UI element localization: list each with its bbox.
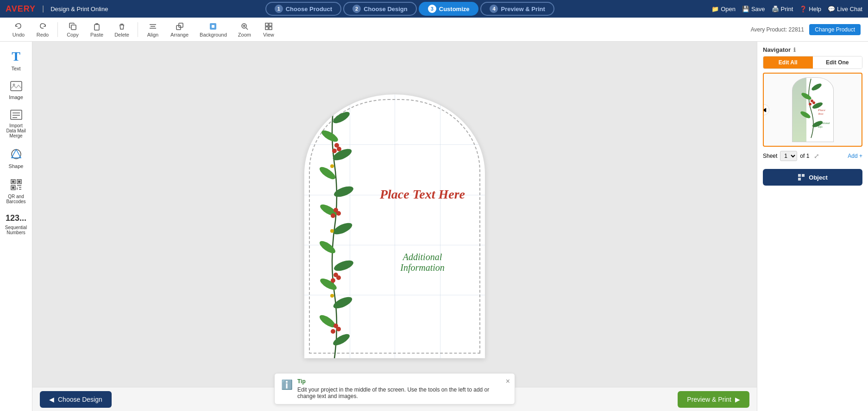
live-chat-button[interactable]: 💬 Live Chat: [828, 6, 862, 12]
edit-one-button[interactable]: Edit One: [813, 56, 862, 68]
open-button[interactable]: 📁 Open: [711, 6, 736, 12]
toolbar-separator: [57, 22, 58, 37]
svg-rect-13: [265, 23, 268, 26]
align-button[interactable]: Align: [142, 20, 164, 39]
svg-point-59: [336, 327, 341, 331]
edit-all-one-toggle: Edit All Edit One: [763, 56, 862, 69]
svg-rect-77: [798, 174, 801, 177]
copy-button[interactable]: Copy: [62, 20, 84, 39]
sidebar-item-import[interactable]: Import Data Mail Merge: [2, 106, 30, 142]
svg-text:Text: Text: [818, 112, 824, 116]
copy-icon: [68, 22, 77, 31]
print-button[interactable]: 🖨️ Print: [772, 6, 793, 12]
step-choose-product[interactable]: 1 Choose Product: [265, 2, 341, 16]
image-icon: [10, 81, 23, 93]
svg-rect-29: [18, 181, 20, 183]
svg-rect-17: [11, 81, 22, 91]
add-sheet-button[interactable]: Add +: [848, 153, 862, 159]
svg-point-68: [799, 110, 811, 120]
choose-design-button[interactable]: ◀ Choose Design: [40, 391, 112, 408]
change-product-button[interactable]: Change Product: [809, 24, 861, 35]
canvas-inner: Place Text Here Additional Information: [32, 42, 757, 411]
svg-point-49: [332, 149, 337, 153]
preview-print-button[interactable]: Preview & Print ▶: [678, 391, 749, 408]
paste-button[interactable]: Paste: [86, 20, 108, 39]
sidebar-item-image[interactable]: Image: [2, 77, 30, 104]
zoom-icon: [240, 22, 249, 31]
nav-subtitle: Design & Print Online: [50, 6, 108, 12]
place-text-label[interactable]: Place Text Here: [369, 187, 476, 202]
svg-point-44: [319, 276, 339, 292]
sheet-of-label: of 1: [800, 153, 809, 159]
shape-icon: [10, 148, 23, 162]
label-canvas[interactable]: Place Text Here Additional Information: [304, 94, 485, 358]
svg-rect-79: [798, 178, 801, 181]
tip-bar: ℹ️ Tip Edit your project in the middle o…: [274, 373, 515, 405]
svg-point-23: [12, 149, 21, 159]
tip-content: Tip Edit your project in the middle of t…: [297, 378, 496, 399]
sheet-select[interactable]: 1: [780, 151, 797, 161]
svg-point-36: [320, 128, 340, 144]
sidebar-item-qr[interactable]: QR and Barcodes: [2, 174, 30, 208]
background-button[interactable]: Background: [195, 20, 232, 39]
sidebar-item-text[interactable]: T Text: [2, 45, 30, 75]
svg-text:Additional: Additional: [818, 122, 830, 125]
delete-icon: [117, 22, 126, 31]
align-icon: [148, 22, 157, 31]
forward-arrow-icon: ▶: [735, 396, 740, 403]
svg-point-65: [811, 82, 823, 92]
svg-rect-1: [94, 25, 99, 30]
tip-icon: ℹ️: [281, 379, 293, 390]
undo-button[interactable]: Undo: [7, 20, 30, 39]
wizard-steps: 1 Choose Product 2 Choose Design 3 Custo…: [265, 2, 554, 16]
sidebar-item-sequential[interactable]: 123... Sequential Numbers: [2, 210, 30, 239]
help-button[interactable]: ❓ Help: [799, 6, 821, 12]
svg-point-71: [809, 103, 811, 106]
tip-close-button[interactable]: ×: [506, 377, 510, 386]
delete-button[interactable]: Delete: [110, 20, 134, 39]
top-navigation: AVERY | Design & Print Online 1 Choose P…: [0, 0, 868, 18]
svg-point-62: [330, 294, 334, 298]
svg-rect-28: [12, 181, 14, 183]
qr-icon: [10, 178, 23, 192]
navigator-info-icon[interactable]: ℹ: [793, 47, 796, 53]
sidebar-item-shape[interactable]: Shape: [2, 144, 30, 173]
svg-point-47: [332, 332, 352, 348]
svg-point-43: [333, 258, 355, 273]
svg-line-10: [246, 28, 248, 30]
redo-button[interactable]: Redo: [31, 20, 54, 39]
expand-button[interactable]: ⤢: [812, 150, 821, 162]
text-icon: T: [12, 49, 20, 64]
object-button[interactable]: Object: [763, 169, 862, 186]
svg-point-66: [800, 92, 812, 101]
edit-all-button[interactable]: Edit All: [763, 56, 813, 68]
zoom-button[interactable]: Zoom: [233, 20, 256, 39]
step-preview-print[interactable]: 4 Preview & Print: [480, 2, 554, 16]
save-button[interactable]: 💾 Save: [742, 6, 765, 12]
vine-decoration: [304, 94, 365, 358]
panel-collapse-button[interactable]: ◀: [763, 104, 769, 115]
view-button[interactable]: View: [258, 20, 280, 39]
tip-title: Tip: [297, 378, 496, 385]
undo-icon: [14, 22, 23, 31]
arrange-button[interactable]: Arrange: [166, 20, 193, 39]
step-choose-design[interactable]: 2 Choose Design: [343, 2, 417, 16]
svg-rect-30: [12, 187, 14, 189]
svg-rect-15: [265, 27, 268, 30]
svg-rect-78: [802, 174, 805, 177]
step-customize[interactable]: 3 Customize: [419, 2, 479, 16]
svg-point-60: [330, 164, 334, 168]
svg-text:Place: Place: [818, 108, 825, 112]
background-icon: [208, 22, 218, 31]
svg-rect-0: [71, 25, 76, 30]
svg-point-56: [336, 275, 341, 280]
toolbar-separator-2: [138, 22, 138, 37]
additional-info-label[interactable]: Additional Information: [369, 252, 476, 273]
arrange-icon: [175, 22, 184, 31]
view-icon: [264, 22, 273, 31]
svg-point-42: [318, 239, 337, 255]
navigator-preview[interactable]: ◀ Place Text Additional Inf: [763, 73, 862, 147]
navigator-header: Navigator ℹ: [757, 42, 868, 56]
svg-rect-14: [269, 23, 272, 26]
canvas-area: Place Text Here Additional Information ℹ…: [32, 42, 757, 411]
